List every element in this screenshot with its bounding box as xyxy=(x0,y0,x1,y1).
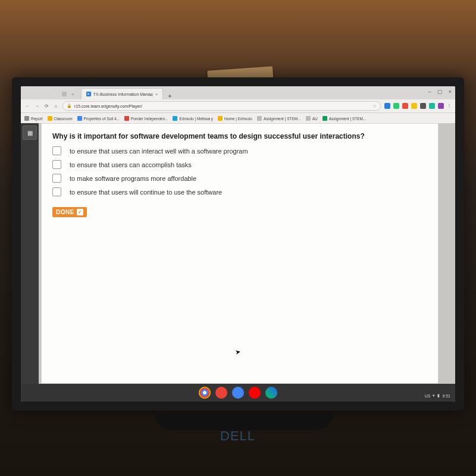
bookmark-label: Report xyxy=(31,117,43,121)
quiz-question: Why is it important for software develop… xyxy=(52,132,427,140)
bookmark-item[interactable]: Properties of Soil 4... xyxy=(77,116,120,121)
bookmark-item[interactable]: Report xyxy=(24,116,43,121)
docs-app-icon[interactable] xyxy=(232,387,244,399)
status-tray[interactable]: US ▾ ▮ 9:51 xyxy=(425,393,450,398)
lock-icon: 🔒 xyxy=(67,104,72,108)
gmail-app-icon[interactable] xyxy=(215,387,227,399)
done-button[interactable]: DONE ✓ xyxy=(52,207,87,217)
os-shelf: US ▾ ▮ 9:51 xyxy=(21,384,455,402)
youtube-app-icon[interactable] xyxy=(249,387,261,399)
bookmark-favicon xyxy=(218,116,223,121)
photo-background: × ✕ TX-Business Information Manag × + – … xyxy=(0,0,476,476)
ext-icon[interactable] xyxy=(429,103,435,109)
ext-icon[interactable] xyxy=(411,103,417,109)
window-controls: – ▢ × xyxy=(428,89,452,95)
bookmark-item[interactable]: Assignment | STEM... xyxy=(322,116,367,121)
browser-tab[interactable]: × xyxy=(57,88,80,99)
bookmark-label: Classroom xyxy=(54,117,73,121)
bookmark-label: Properties of Soil 4... xyxy=(84,117,120,121)
close-window-button[interactable]: × xyxy=(449,89,452,95)
laptop-brand-logo: DELL xyxy=(220,428,255,444)
ext-icon[interactable] xyxy=(438,103,444,109)
star-icon[interactable]: ☆ xyxy=(372,104,377,109)
option-text: to make software programs more affordabl… xyxy=(70,175,196,182)
minimize-button[interactable]: – xyxy=(428,89,431,95)
bookmark-item[interactable]: Edmodo | Melissa y xyxy=(173,116,213,121)
bookmark-favicon xyxy=(322,116,327,121)
option-text: to ensure that users can interact well w… xyxy=(70,148,248,155)
wifi-icon: ▾ xyxy=(433,393,435,398)
language-indicator: US xyxy=(425,394,431,398)
shelf-apps xyxy=(199,387,277,399)
bookmark-label: Home | Edmodo xyxy=(224,117,252,121)
calculator-tool-button[interactable]: ▦ xyxy=(23,126,37,140)
forward-button[interactable]: → xyxy=(34,104,40,109)
ext-icon[interactable] xyxy=(420,103,426,109)
page-content: ▦ Why is it important for software devel… xyxy=(21,123,455,384)
option-text: to ensure that users will continue to us… xyxy=(70,189,222,196)
checkbox[interactable] xyxy=(52,174,61,183)
check-icon: ✓ xyxy=(77,209,83,215)
bookmark-favicon xyxy=(257,116,262,121)
bookmark-label: Assignment | STEM... xyxy=(329,117,367,121)
play-app-icon[interactable] xyxy=(265,387,277,399)
tab-favicon: ✕ xyxy=(86,92,91,96)
side-toolbar: ▦ xyxy=(21,123,39,384)
clock: 9:51 xyxy=(442,394,450,398)
maximize-button[interactable]: ▢ xyxy=(437,89,443,95)
home-button[interactable]: ⌂ xyxy=(53,104,59,109)
ext-icon[interactable] xyxy=(402,103,408,109)
checkbox[interactable] xyxy=(52,146,61,155)
ext-icon[interactable] xyxy=(393,103,399,109)
done-label: DONE xyxy=(56,209,74,215)
bookmark-favicon xyxy=(124,116,129,121)
bookmark-item[interactable]: Home | Edmodo xyxy=(218,116,252,121)
quiz-option: to ensure that users can interact well w… xyxy=(52,146,427,155)
laptop-screen: × ✕ TX-Business Information Manag × + – … xyxy=(21,86,455,402)
battery-icon: ▮ xyxy=(437,393,440,398)
bookmark-item[interactable]: Ponder Independen... xyxy=(124,116,168,121)
bookmark-favicon xyxy=(48,116,52,121)
tab-title: TX-Business Information Manag xyxy=(93,92,153,96)
quiz-option: to ensure that users can accomplish task… xyxy=(52,160,427,169)
quiz-option: to ensure that users will continue to us… xyxy=(52,187,427,196)
quiz-option: to make software programs more affordabl… xyxy=(52,174,427,183)
bookmark-item[interactable]: Classroom xyxy=(48,116,73,121)
option-text: to ensure that users can accomplish task… xyxy=(70,161,192,168)
bookmark-label: Assignment | STEM... xyxy=(264,117,301,121)
new-tab-button[interactable]: + xyxy=(164,92,175,99)
chrome-app-icon[interactable] xyxy=(199,387,211,399)
bookmark-item[interactable]: AU xyxy=(306,116,318,121)
back-button[interactable]: ← xyxy=(24,104,30,109)
address-bar: ← → ⟳ ⌂ 🔒 r15.core.learn.edgenuity.com/P… xyxy=(21,99,455,113)
bookmark-label: Edmodo | Melissa y xyxy=(179,117,213,121)
url-input[interactable]: 🔒 r15.core.learn.edgenuity.com/Player/ ☆ xyxy=(62,101,381,111)
url-text: r15.core.learn.edgenuity.com/Player/ xyxy=(74,104,370,108)
browser-tab-active[interactable]: ✕ TX-Business Information Manag × xyxy=(81,88,164,99)
bookmark-favicon xyxy=(24,116,29,121)
checkbox[interactable] xyxy=(52,160,61,169)
bookmark-label: Ponder Independen... xyxy=(131,117,168,121)
tab-favicon xyxy=(62,92,67,96)
reload-button[interactable]: ⟳ xyxy=(43,104,49,109)
close-tab-icon[interactable]: × xyxy=(155,92,158,97)
checkbox[interactable] xyxy=(52,187,61,196)
ext-icon[interactable] xyxy=(384,103,390,109)
laptop-bezel: × ✕ TX-Business Information Manag × + – … xyxy=(12,77,464,411)
bookmark-favicon xyxy=(77,116,82,121)
bookmark-item[interactable]: Assignment | STEM... xyxy=(257,116,301,121)
bookmark-label: AU xyxy=(312,117,318,121)
bookmark-favicon xyxy=(173,116,177,121)
extension-icons: ⋮ xyxy=(384,103,452,109)
browser-tabbar: × ✕ TX-Business Information Manag × + – … xyxy=(21,86,455,99)
laptop-hinge xyxy=(155,414,333,430)
bookmark-favicon xyxy=(306,116,311,121)
close-tab-icon[interactable]: × xyxy=(71,92,74,97)
menu-icon[interactable]: ⋮ xyxy=(447,103,452,109)
quiz-card: Why is it important for software develop… xyxy=(41,123,439,384)
